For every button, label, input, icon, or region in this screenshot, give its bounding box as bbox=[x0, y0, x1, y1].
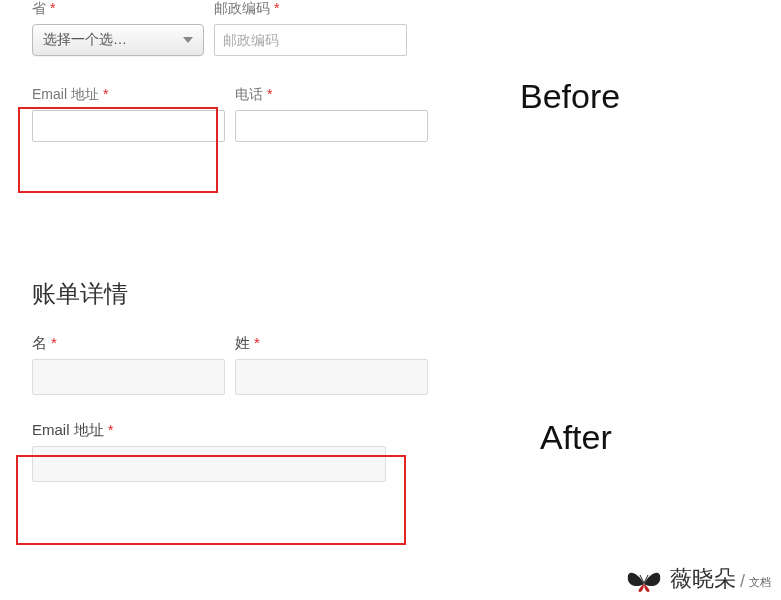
email-input-before[interactable] bbox=[32, 110, 225, 142]
label-postcode: 邮政编码 bbox=[214, 0, 270, 18]
required-mark: * bbox=[51, 334, 57, 351]
field-province: 省 * 选择一个选… bbox=[32, 0, 204, 56]
butterfly-icon bbox=[624, 566, 664, 594]
label-first-name: 名 bbox=[32, 334, 47, 353]
field-first-name: 名 * bbox=[32, 334, 225, 395]
phone-input[interactable] bbox=[235, 110, 428, 142]
billing-heading: 账单详情 bbox=[32, 278, 412, 310]
tag-before: Before bbox=[520, 77, 620, 116]
field-email-after: Email 地址 * bbox=[32, 421, 386, 482]
province-selected-value: 选择一个选… bbox=[43, 31, 127, 49]
watermark-slash: / bbox=[740, 571, 745, 592]
tag-after: After bbox=[540, 418, 612, 457]
field-phone: 电话 * bbox=[235, 86, 428, 142]
last-name-input[interactable] bbox=[235, 359, 428, 395]
required-mark: * bbox=[108, 421, 114, 438]
label-last-name: 姓 bbox=[235, 334, 250, 353]
watermark: 薇晓朵 / 文档 bbox=[624, 564, 771, 594]
label-email-after: Email 地址 bbox=[32, 421, 104, 440]
watermark-sub: 文档 bbox=[749, 575, 771, 590]
watermark-name: 薇晓朵 bbox=[670, 564, 736, 594]
required-mark: * bbox=[254, 334, 260, 351]
field-last-name: 姓 * bbox=[235, 334, 428, 395]
province-select[interactable]: 选择一个选… bbox=[32, 24, 204, 56]
before-form: 省 * 选择一个选… 邮政编码 * Email 地址 bbox=[32, 0, 412, 160]
label-province: 省 bbox=[32, 0, 46, 18]
after-form: 账单详情 名 * 姓 * Email 地址 * bbox=[32, 278, 412, 500]
postcode-input[interactable] bbox=[214, 24, 407, 56]
required-mark: * bbox=[103, 86, 108, 102]
first-name-input[interactable] bbox=[32, 359, 225, 395]
required-mark: * bbox=[267, 86, 272, 102]
required-mark: * bbox=[274, 0, 279, 16]
label-email: Email 地址 bbox=[32, 86, 99, 104]
label-phone: 电话 bbox=[235, 86, 263, 104]
field-email-before: Email 地址 * bbox=[32, 86, 225, 142]
field-postcode: 邮政编码 * bbox=[214, 0, 407, 56]
email-input-after[interactable] bbox=[32, 446, 386, 482]
required-mark: * bbox=[50, 0, 55, 16]
caret-down-icon bbox=[183, 37, 193, 43]
